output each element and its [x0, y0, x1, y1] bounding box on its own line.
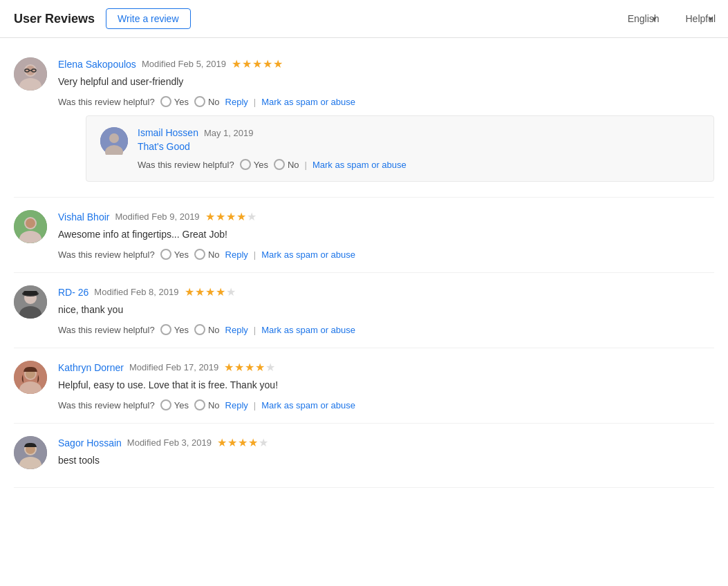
star-empty: ★ — [226, 285, 236, 299]
reply-link[interactable]: Reply — [225, 325, 248, 335]
star: ★ — [245, 361, 254, 374]
avatar — [14, 436, 47, 469]
reply-link[interactable]: Reply — [225, 400, 248, 410]
review-date: Modified Feb 5, 2019 — [142, 59, 226, 69]
review-text: Very helpful and user-friendly — [58, 75, 714, 89]
review-date: Modified Feb 3, 2019 — [127, 437, 212, 448]
svg-point-13 — [26, 218, 35, 228]
no-radio[interactable] — [194, 249, 205, 260]
review-date: Modified Feb 17, 2019 — [129, 362, 218, 372]
review-date: Modified Feb 8, 2019 — [94, 287, 178, 297]
reviewer-name: Elena Sakopoulos — [58, 59, 136, 70]
star: ★ — [205, 285, 215, 299]
helpful-question: Was this review helpful? — [58, 249, 155, 260]
sort-label: Helpful — [686, 13, 716, 24]
page-header: User Reviews Write a review English ▼ He… — [0, 0, 728, 38]
yes-option[interactable]: Yes — [240, 159, 268, 170]
star: ★ — [216, 285, 225, 299]
star: ★ — [226, 210, 236, 223]
page-title: User Reviews — [14, 12, 95, 26]
star-empty: ★ — [247, 210, 256, 223]
no-radio[interactable] — [194, 324, 205, 335]
yes-radio[interactable] — [160, 96, 171, 107]
star: ★ — [252, 57, 262, 70]
pipe-separator: | — [305, 160, 307, 170]
no-label: No — [208, 249, 220, 260]
helpful-question: Was this review helpful? — [58, 97, 155, 107]
no-option[interactable]: No — [274, 159, 299, 170]
review-actions: Was this review helpful? Yes No Reply | … — [58, 399, 714, 410]
star: ★ — [263, 57, 272, 70]
reply-box: Ismail Hossen May 1, 2019 That's Good Wa… — [86, 115, 714, 182]
star: ★ — [195, 285, 205, 299]
yes-radio[interactable] — [160, 324, 171, 335]
review-item: Elena Sakopoulos Modified Feb 5, 2019 ★ … — [14, 45, 714, 198]
review-content: Kathryn Dorner Modified Feb 17, 2019 ★ ★… — [58, 361, 714, 410]
review-actions: Was this review helpful? Yes No Reply | … — [58, 96, 714, 107]
spam-link[interactable]: Mark as spam or abuse — [261, 249, 355, 260]
no-label: No — [208, 400, 220, 410]
reply-link[interactable]: Reply — [225, 249, 248, 260]
write-review-button[interactable]: Write a review — [106, 8, 190, 29]
spam-link[interactable]: Mark as spam or abuse — [261, 97, 355, 107]
no-label: No — [208, 97, 220, 107]
avatar-image — [14, 285, 47, 319]
review-meta: Sagor Hossain Modified Feb 3, 2019 ★ ★ ★… — [58, 436, 714, 449]
spam-link[interactable]: Mark as spam or abuse — [261, 400, 355, 410]
yes-option[interactable]: Yes — [160, 399, 189, 410]
reply-avatar — [100, 127, 128, 155]
helpful-question: Was this review helpful? — [58, 400, 155, 410]
review-meta: Elena Sakopoulos Modified Feb 5, 2019 ★ … — [58, 57, 714, 70]
no-option[interactable]: No — [194, 96, 220, 107]
yes-radio[interactable] — [240, 159, 251, 170]
no-radio[interactable] — [274, 159, 285, 170]
star: ★ — [205, 210, 215, 223]
star: ★ — [224, 361, 234, 374]
reply-date: May 1, 2019 — [204, 128, 254, 138]
no-option[interactable]: No — [194, 399, 220, 410]
yes-radio[interactable] — [160, 399, 171, 410]
yes-option[interactable]: Yes — [160, 249, 189, 260]
star: ★ — [242, 57, 252, 70]
svg-point-8 — [109, 133, 119, 143]
avatar — [14, 285, 47, 319]
star: ★ — [255, 361, 265, 374]
avatar — [14, 57, 47, 91]
star-rating: ★ ★ ★ ★ ★ — [232, 57, 283, 70]
no-option[interactable]: No — [194, 249, 220, 260]
no-radio[interactable] — [194, 96, 205, 107]
reply-link[interactable]: Reply — [225, 97, 248, 107]
language-dropdown-wrap[interactable]: English ▼ — [628, 13, 658, 24]
language-label: English — [628, 13, 660, 24]
no-option[interactable]: No — [194, 324, 220, 335]
reply-text: That's Good — [138, 141, 700, 152]
yes-option[interactable]: Yes — [160, 96, 189, 107]
review-text: nice, thank you — [58, 303, 714, 317]
pipe-separator: | — [254, 249, 256, 260]
review-content: Vishal Bhoir Modified Feb 9, 2019 ★ ★ ★ … — [58, 210, 714, 260]
helpful-question: Was this review helpful? — [58, 325, 155, 335]
review-item: RD- 26 Modified Feb 8, 2019 ★ ★ ★ ★ ★ ni… — [14, 273, 714, 348]
review-meta: Vishal Bhoir Modified Feb 9, 2019 ★ ★ ★ … — [58, 210, 714, 223]
review-date: Modified Feb 9, 2019 — [115, 211, 199, 222]
review-item: Kathryn Dorner Modified Feb 17, 2019 ★ ★… — [14, 348, 714, 424]
helpful-question: Was this review helpful? — [138, 160, 234, 170]
review-text: Awesome info at fingertips... Great Job! — [58, 227, 714, 242]
spam-link[interactable]: Mark as spam or abuse — [312, 160, 407, 170]
star: ★ — [232, 57, 241, 70]
avatar — [14, 361, 47, 394]
reviewer-name: Vishal Bhoir — [58, 211, 109, 223]
review-meta: RD- 26 Modified Feb 8, 2019 ★ ★ ★ ★ ★ — [58, 285, 714, 299]
sort-dropdown-wrap[interactable]: Helpful ▼ — [686, 13, 715, 24]
yes-radio[interactable] — [160, 249, 171, 260]
star: ★ — [248, 436, 258, 449]
star: ★ — [185, 285, 194, 299]
no-label: No — [208, 325, 220, 335]
yes-option[interactable]: Yes — [160, 324, 189, 335]
reply-content: Ismail Hossen May 1, 2019 That's Good Wa… — [138, 127, 700, 170]
no-radio[interactable] — [194, 399, 205, 410]
star-rating: ★ ★ ★ ★ ★ — [205, 210, 256, 223]
spam-link[interactable]: Mark as spam or abuse — [261, 325, 355, 335]
reply-name: Ismail Hossen — [138, 127, 198, 138]
star: ★ — [273, 57, 283, 70]
